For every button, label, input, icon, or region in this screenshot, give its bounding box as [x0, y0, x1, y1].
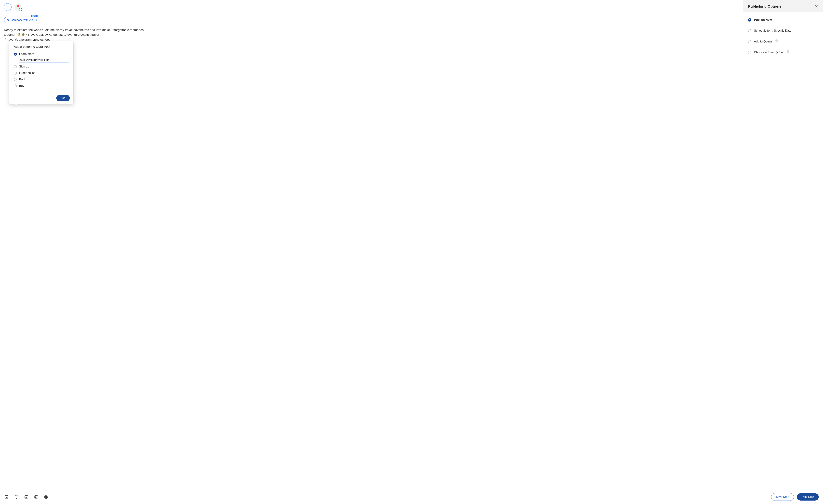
- help-icon[interactable]: ?: [775, 39, 778, 42]
- svg-rect-0: [5, 495, 8, 498]
- publishing-options-title: Publishing Options: [748, 4, 781, 9]
- google-badge-icon: G: [19, 8, 22, 11]
- gmb-option-label: Order online: [19, 71, 35, 75]
- publishing-options-panel: Publishing Options ✕ Publish Now Schedul…: [743, 0, 823, 504]
- post-text[interactable]: Ready to explore the world? Join me on m…: [4, 27, 152, 42]
- close-icon: ✕: [67, 45, 69, 48]
- gmb-button-popover: Add a button to GMB Post ✕ Learn more Si…: [9, 41, 73, 104]
- publish-option-label: Schedule for a Specific Date: [754, 29, 791, 32]
- help-icon[interactable]: ?: [787, 50, 789, 53]
- accounts-row: 📍 G: [0, 0, 743, 13]
- radio-icon: [748, 29, 752, 32]
- post-now-button[interactable]: Post Now: [797, 493, 819, 501]
- close-icon: ✕: [815, 4, 818, 9]
- beta-badge: BETA: [31, 15, 37, 17]
- gmb-option-buy[interactable]: Buy: [14, 82, 69, 89]
- gmb-option-label: Sign up: [19, 65, 29, 68]
- gmb-option-sign-up[interactable]: Sign up: [14, 63, 69, 70]
- popover-close-button[interactable]: ✕: [66, 45, 70, 48]
- svg-point-4: [44, 495, 48, 499]
- compose-with-zia-button[interactable]: Zᴀ Compose with Zia: [4, 17, 36, 23]
- radio-icon: [14, 53, 17, 56]
- gmb-url-input[interactable]: [19, 57, 69, 63]
- radio-icon: [748, 40, 752, 43]
- svg-point-5: [45, 496, 46, 497]
- zia-icon: Zᴀ: [6, 19, 9, 22]
- account-chip-gmb[interactable]: 📍 G: [14, 4, 21, 11]
- add-account-button[interactable]: [4, 3, 11, 11]
- publish-option-smartq[interactable]: Choose a SmartQ Slot ?: [748, 47, 818, 58]
- gmb-option-label: Book: [19, 78, 26, 81]
- gmb-option-book[interactable]: Book: [14, 76, 69, 82]
- gmb-option-label: Buy: [19, 84, 24, 88]
- popover-title: Add a button to GMB Post: [14, 45, 50, 48]
- publishing-options-close-button[interactable]: ✕: [815, 4, 818, 8]
- radio-icon: [14, 78, 17, 81]
- publish-option-label: Choose a SmartQ Slot: [754, 51, 784, 54]
- gmb-option-label: Learn more: [19, 52, 34, 56]
- radio-icon: [14, 65, 17, 68]
- emoji-icon[interactable]: [44, 495, 48, 499]
- hashtag-icon[interactable]: [34, 495, 38, 499]
- image-icon[interactable]: [4, 495, 9, 499]
- compose-with-zia-label: Compose with Zia: [11, 18, 33, 22]
- radio-icon: [748, 18, 752, 22]
- gmb-option-order-online[interactable]: Order online: [14, 70, 69, 76]
- publish-option-label: Publish Now: [754, 18, 772, 22]
- link-arrow-icon[interactable]: [14, 495, 19, 499]
- save-draft-button[interactable]: Save Draft: [771, 493, 794, 501]
- bottom-bar: Save Draft Post Now: [0, 490, 823, 504]
- radio-icon: [14, 85, 17, 88]
- compose-area: Zᴀ Compose with Zia BETA Ready to explor…: [0, 13, 743, 504]
- gmb-icon[interactable]: [24, 495, 29, 499]
- publish-option-label: Add to Queue: [754, 40, 772, 43]
- popover-add-button[interactable]: Add: [56, 95, 70, 102]
- publish-option-add-to-queue[interactable]: Add to Queue ?: [748, 36, 818, 47]
- plus-icon: [6, 6, 9, 9]
- gmb-option-learn-more[interactable]: Learn more: [14, 51, 69, 57]
- svg-point-6: [46, 496, 47, 497]
- radio-icon: [748, 51, 752, 54]
- radio-icon: [14, 71, 17, 74]
- svg-rect-3: [34, 495, 38, 498]
- publish-option-schedule[interactable]: Schedule for a Specific Date: [748, 25, 818, 36]
- publish-option-publish-now[interactable]: Publish Now: [748, 14, 818, 25]
